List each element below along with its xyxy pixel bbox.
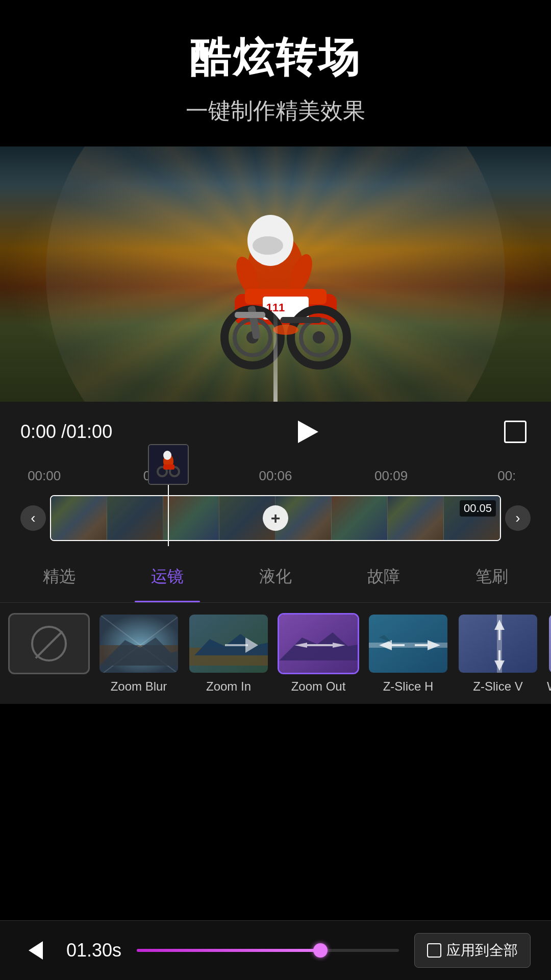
effect-z-slice-h[interactable]: Z-Slice H bbox=[367, 613, 449, 694]
slider-thumb[interactable] bbox=[313, 943, 328, 958]
ruler-mark-8: 00: bbox=[478, 468, 536, 484]
svg-rect-55 bbox=[549, 615, 551, 674]
controls-bar: 0:00 /01:00 bbox=[0, 402, 551, 462]
effect-white-flash[interactable]: White F bbox=[547, 613, 551, 694]
tab-featured[interactable]: 精选 bbox=[5, 551, 113, 602]
ruler-mark-4: 00:06 bbox=[246, 468, 304, 484]
add-clip-button[interactable]: + bbox=[263, 505, 288, 531]
effect-z-slice-h-label: Z-Slice H bbox=[383, 679, 434, 694]
bottom-bar: 01.30s 应用到全部 bbox=[0, 920, 551, 980]
effect-zoom-in-label: Zoom In bbox=[206, 679, 251, 694]
category-tabs: 精选 运镜 液化 故障 笔刷 bbox=[0, 551, 551, 603]
apply-checkbox bbox=[427, 943, 441, 958]
play-icon bbox=[298, 421, 318, 443]
effect-zoom-blur-thumb bbox=[98, 613, 180, 674]
slider-track bbox=[137, 949, 320, 952]
svg-rect-24 bbox=[163, 464, 174, 470]
tab-brush[interactable]: 笔刷 bbox=[438, 551, 546, 602]
effect-zoom-in-thumb bbox=[188, 613, 269, 674]
timeline-area: 00:00 00:03 00:06 00:09 00: bbox=[0, 462, 551, 551]
effect-z-slice-v[interactable]: Z-Slice V bbox=[457, 613, 539, 694]
timeline-badge: 00.05 bbox=[460, 500, 496, 517]
back-icon bbox=[29, 941, 43, 960]
back-button[interactable] bbox=[20, 935, 51, 966]
tab-glitch[interactable]: 故障 bbox=[330, 551, 438, 602]
header: 酷炫转场 一键制作精美效果 bbox=[0, 0, 551, 146]
film-frame-7 bbox=[388, 496, 444, 540]
effect-z-slice-h-thumb bbox=[367, 613, 449, 674]
effect-z-slice-v-thumb bbox=[457, 613, 539, 674]
clip-indicator bbox=[148, 444, 189, 546]
scroll-left-button[interactable]: ‹ bbox=[20, 505, 46, 531]
effect-zoom-in[interactable]: Zoom In bbox=[188, 613, 269, 694]
clip-line bbox=[168, 485, 169, 546]
timeline-filmstrip[interactable]: + 00.05 bbox=[50, 495, 501, 541]
svg-point-21 bbox=[163, 451, 171, 460]
effect-z-slice-v-label: Z-Slice V bbox=[473, 679, 522, 694]
svg-point-2 bbox=[253, 236, 283, 255]
clip-thumbnail bbox=[148, 444, 189, 485]
apply-all-button[interactable]: 应用到全部 bbox=[414, 933, 531, 968]
apply-all-label: 应用到全部 bbox=[446, 941, 518, 960]
effect-zoom-blur-label: Zoom Blur bbox=[111, 679, 167, 694]
svg-rect-17 bbox=[235, 312, 265, 318]
tab-liquify[interactable]: 液化 bbox=[221, 551, 330, 602]
time-display: 0:00 /01:00 bbox=[20, 421, 112, 443]
video-preview: 111 bbox=[0, 146, 551, 402]
header-subtitle: 一键制作精美效果 bbox=[20, 96, 531, 126]
effect-none[interactable] bbox=[8, 613, 90, 694]
ruler-mark-6: 00:09 bbox=[362, 468, 420, 484]
ruler-mark-0: 00:00 bbox=[15, 468, 73, 484]
duration-slider[interactable] bbox=[137, 949, 399, 952]
svg-rect-16 bbox=[281, 317, 321, 323]
timeline-scroll: ‹ + 00.05 › bbox=[15, 495, 536, 541]
svg-point-14 bbox=[313, 331, 325, 344]
duration-display: 01.30s bbox=[66, 940, 121, 961]
play-button[interactable] bbox=[288, 414, 324, 450]
film-frame-6 bbox=[332, 496, 388, 540]
effect-white-flash-label: White F bbox=[547, 679, 551, 694]
film-frame-1 bbox=[51, 496, 107, 540]
effect-zoom-blur[interactable]: Zoom Blur bbox=[98, 613, 180, 694]
fullscreen-icon bbox=[504, 421, 527, 443]
effect-zoom-out-thumb bbox=[278, 613, 359, 674]
header-title: 酷炫转场 bbox=[20, 31, 531, 86]
effect-none-thumb bbox=[8, 613, 90, 674]
timeline-track-container: ‹ + 00.05 › bbox=[0, 495, 551, 541]
fullscreen-button[interactable] bbox=[500, 416, 531, 447]
road-line bbox=[273, 300, 278, 402]
effect-zoom-out-label: Zoom Out bbox=[291, 679, 346, 694]
effect-zoom-out[interactable]: Zoom Out bbox=[278, 613, 359, 694]
tab-camera[interactable]: 运镜 bbox=[113, 551, 221, 602]
timeline-ruler: 00:00 00:03 00:06 00:09 00: bbox=[0, 462, 551, 490]
scroll-right-button[interactable]: › bbox=[505, 505, 531, 531]
no-effect-icon bbox=[31, 626, 67, 662]
effect-white-flash-thumb bbox=[547, 613, 551, 674]
effects-row: Zoom Blur Zoom In bbox=[0, 603, 551, 704]
